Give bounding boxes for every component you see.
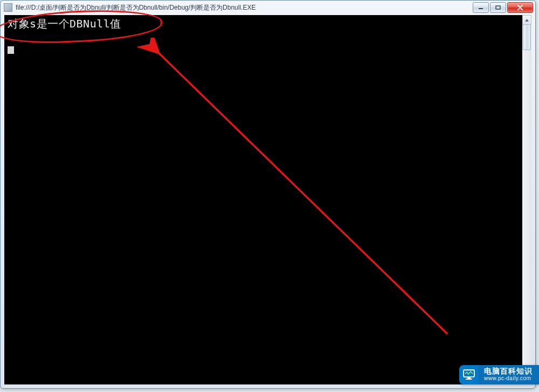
console-client-area: 对象s是一个DBNull值 [4, 15, 531, 384]
watermark-url: www.pc-daily.com [484, 375, 533, 382]
window-buttons [473, 2, 533, 13]
console-output-line: 对象s是一个DBNull值 [4, 15, 531, 30]
svg-rect-1 [496, 6, 500, 9]
titlebar[interactable]: file:///D:/桌面/判断是否为Dbnull/判断是否为Dbnull/bi… [1, 1, 535, 15]
vertical-scrollbar[interactable] [522, 15, 531, 384]
scroll-thumb[interactable] [523, 24, 531, 50]
window-title: file:///D:/桌面/判断是否为Dbnull/判断是否为Dbnull/bi… [16, 3, 473, 12]
svg-rect-5 [466, 379, 472, 380]
app-icon [4, 3, 12, 12]
svg-rect-4 [467, 377, 471, 379]
desktop: file:///D:/桌面/判断是否为Dbnull/判断是否为Dbnull/bi… [0, 0, 539, 392]
monitor-icon [459, 365, 479, 384]
maximize-button[interactable] [490, 2, 506, 13]
close-button[interactable] [507, 2, 533, 13]
svg-rect-0 [479, 8, 483, 9]
watermark-text: 电脑百科知识 www.pc-daily.com [479, 365, 539, 384]
watermark-badge: 电脑百科知识 www.pc-daily.com [459, 365, 539, 384]
watermark-title: 电脑百科知识 [484, 367, 533, 375]
console-cursor [8, 46, 14, 54]
console-window: file:///D:/桌面/判断是否为Dbnull/判断是否为Dbnull/bi… [0, 0, 536, 389]
minimize-button[interactable] [473, 2, 489, 13]
scroll-track[interactable] [522, 24, 531, 375]
